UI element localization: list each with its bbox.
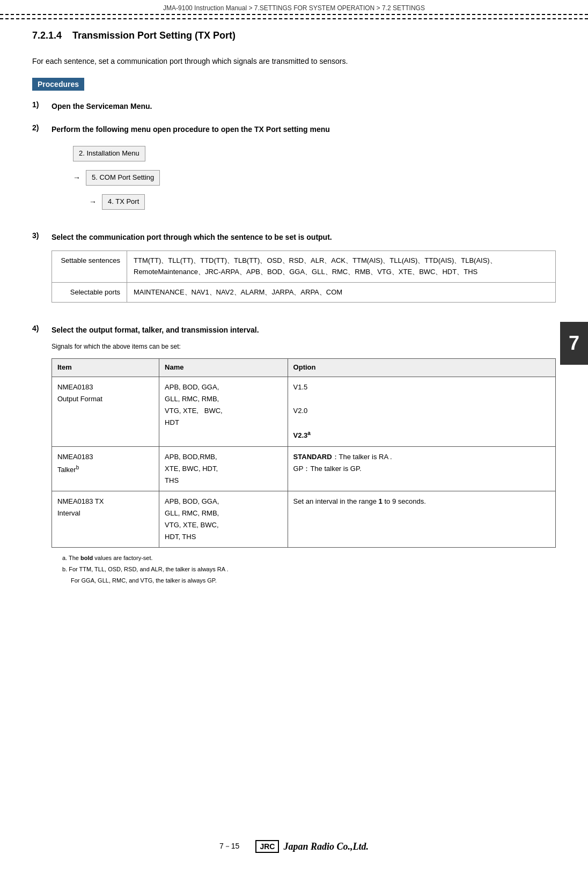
step-1-content: Open the Serviceman Menu. <box>52 100 556 112</box>
row1-item: NMEA0183Output Format <box>52 377 159 446</box>
section-number: 7.2.1.4 <box>32 30 62 41</box>
jrc-logo: JRC <box>255 840 279 853</box>
step-2-number: 2) <box>32 123 52 132</box>
selectable-label: Selectable ports <box>52 282 127 303</box>
row3-item: NMEA0183 TXInterval <box>52 491 159 547</box>
chapter-tab: 7 <box>560 322 588 365</box>
row2-name: APB, BOD,RMB,XTE, BWC, HDT,THS <box>159 446 288 491</box>
step-2-content: Perform the following menu open procedur… <box>52 123 556 220</box>
footnote-b2: For GGA, GLL, RMC, and VTG, the talker i… <box>62 576 556 586</box>
row3-name: APB, BOD, GGA,GLL, RMC, RMB,VTG, XTE, BW… <box>159 491 288 547</box>
sentences-row-2: Selectable ports MAINTENANCE、NAV1、NAV2、A… <box>52 282 556 303</box>
selectable-value: MAINTENANCE、NAV1、NAV2、ALARM、JARPA、ARPA、C… <box>127 282 556 303</box>
row1-option: V1.5V2.0V2.3a <box>288 377 555 446</box>
main-table: Item Name Option NMEA0183Output Format A… <box>52 358 556 548</box>
step-3: 3) Select the communication port through… <box>32 231 556 314</box>
sentences-table: Settable sentences TTM(TT)、TLL(TT)、TTD(T… <box>52 251 556 303</box>
step-3-number: 3) <box>32 231 52 240</box>
table-row-1: NMEA0183Output Format APB, BOD, GGA,GLL,… <box>52 377 556 446</box>
step-4-content: Select the output format, talker, and tr… <box>52 324 556 586</box>
settable-label: Settable sentences <box>52 251 127 282</box>
sentences-row-1: Settable sentences TTM(TT)、TLL(TT)、TTD(T… <box>52 251 556 282</box>
table-row-3: NMEA0183 TXInterval APB, BOD, GGA,GLL, R… <box>52 491 556 547</box>
col-item: Item <box>52 358 159 377</box>
signals-note: Signals for which the above items can be… <box>52 342 556 352</box>
arrow-2: → <box>89 196 97 208</box>
menu-box-installation: 2. Installation Menu <box>73 146 145 161</box>
settable-value: TTM(TT)、TLL(TT)、TTD(TT)、TLB(TT)、OSD、RSD、… <box>127 251 556 282</box>
step-4-number: 4) <box>32 324 52 333</box>
row2-option: STANDARD：The talker is RA .GP：The talker… <box>288 446 555 491</box>
step-4: 4) Select the output format, talker, and… <box>32 324 556 586</box>
section-title: Transmission Port Setting (TX Port) <box>72 30 236 41</box>
arrow-1: → <box>73 172 80 183</box>
footer-logo: JRC Japan Radio Co.,Ltd. <box>255 840 369 853</box>
footnotes: a. The bold values are factory-set. b. F… <box>52 553 556 585</box>
table-header-row: Item Name Option <box>52 358 556 377</box>
intro-text: For each sentence, set a communication p… <box>32 55 556 67</box>
menu-row-3: → 4. TX Port <box>73 192 556 212</box>
step-3-content: Select the communication port through wh… <box>52 231 556 314</box>
page-footer: 7－15 JRC Japan Radio Co.,Ltd. <box>0 840 588 853</box>
menu-flow: 2. Installation Menu → 5. COM Port Setti… <box>73 144 556 211</box>
row1-name: APB, BOD, GGA,GLL, RMC, RMB,VTG, XTE, BW… <box>159 377 288 446</box>
footnote-b: b. For TTM, TLL, OSD, RSD, and ALR, the … <box>62 564 556 575</box>
step-1: 1) Open the Serviceman Menu. <box>32 100 556 112</box>
page-header: JMA-9100 Instruction Manual > 7.SETTINGS… <box>0 0 588 15</box>
footnote-a: a. The bold values are factory-set. <box>62 553 556 563</box>
page-number: 7－15 <box>219 842 239 851</box>
col-name: Name <box>159 358 288 377</box>
col-option: Option <box>288 358 555 377</box>
table-row-2: NMEA0183Talkerb APB, BOD,RMB,XTE, BWC, H… <box>52 446 556 491</box>
step-1-number: 1) <box>32 100 52 109</box>
row3-option: Set an interval in the range 1 to 9 seco… <box>288 491 555 547</box>
menu-box-com: 5. COM Port Setting <box>86 170 160 186</box>
step-2: 2) Perform the following menu open proce… <box>32 123 556 220</box>
menu-row-2: → 5. COM Port Setting <box>73 168 556 188</box>
row2-item: NMEA0183Talkerb <box>52 446 159 491</box>
company-name: Japan Radio Co.,Ltd. <box>283 841 369 852</box>
main-content: 7.2.1.4 Transmission Port Setting (TX Po… <box>0 19 588 618</box>
menu-row-1: 2. Installation Menu <box>73 144 556 164</box>
procedures-badge: Procedures <box>32 78 84 91</box>
breadcrumb: JMA-9100 Instruction Manual > 7.SETTINGS… <box>163 4 425 12</box>
menu-box-tx: 4. TX Port <box>102 194 145 210</box>
